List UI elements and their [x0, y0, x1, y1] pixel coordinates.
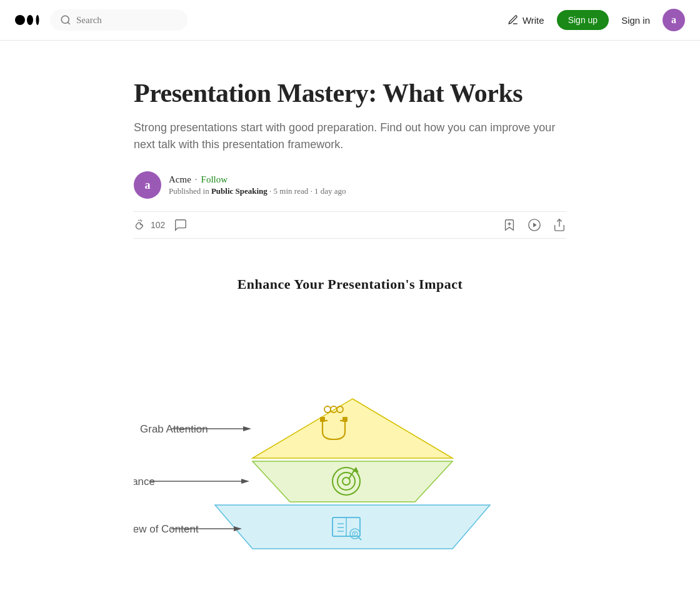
search-bar[interactable]: Search	[50, 9, 188, 31]
svg-marker-12	[252, 399, 452, 458]
comment-button[interactable]	[174, 218, 188, 232]
write-button[interactable]: Write	[508, 14, 544, 26]
share-icon	[552, 218, 566, 232]
clap-count: 102	[151, 220, 165, 230]
author-row: a Acme · Follow Published in Public Spea…	[134, 171, 566, 199]
svg-rect-19	[342, 417, 348, 422]
svg-point-2	[36, 15, 39, 25]
diagram-title: Enhance Your Presentation's Impact	[134, 276, 566, 292]
author-name[interactable]: Acme	[169, 174, 191, 185]
svg-line-4	[68, 22, 69, 24]
svg-marker-38	[241, 479, 249, 484]
author-avatar[interactable]: a	[134, 171, 161, 199]
comment-icon	[174, 218, 188, 232]
save-button[interactable]	[502, 218, 516, 232]
pyramid-wrapper: T Grab Attention Establish Relevance Pre…	[134, 311, 566, 586]
clap-icon	[134, 218, 148, 232]
pyramid-svg: T Grab Attention Establish Relevance Pre…	[134, 311, 571, 574]
svg-marker-35	[243, 426, 251, 431]
svg-point-3	[61, 16, 69, 23]
svg-marker-10	[215, 505, 490, 549]
article-subtitle: Strong presentations start with good pre…	[134, 119, 566, 154]
article-title: Presentation Mastery: What Works	[134, 78, 566, 109]
publication-link[interactable]: Public Speaking	[211, 186, 268, 196]
author-meta: Published in Public Speaking · 5 min rea…	[169, 186, 346, 196]
svg-point-13	[324, 406, 331, 412]
signin-button[interactable]: Sign in	[621, 15, 650, 26]
follow-button[interactable]: Follow	[201, 174, 228, 185]
article-content: Presentation Mastery: What Works Strong …	[0, 41, 700, 610]
svg-text:Establish Relevance: Establish Relevance	[134, 476, 155, 488]
avatar[interactable]: a	[662, 9, 685, 31]
write-label: Write	[522, 15, 544, 26]
diagram-container: Enhance Your Presentation's Impact	[134, 264, 566, 592]
author-info: Acme · Follow Published in Public Speaki…	[169, 174, 346, 196]
listen-icon	[528, 218, 541, 232]
action-bar: 102	[134, 211, 566, 239]
published-time: 1 day ago	[314, 186, 346, 196]
clap-button[interactable]: 102	[134, 218, 165, 232]
share-button[interactable]	[552, 218, 566, 232]
svg-point-1	[27, 15, 33, 25]
navbar: Search Write Sign up Sign in a	[0, 0, 700, 41]
read-time: 5 min read	[274, 186, 309, 196]
svg-rect-18	[320, 417, 325, 422]
svg-marker-11	[252, 461, 452, 502]
search-icon	[60, 14, 71, 26]
svg-text:T: T	[354, 532, 357, 536]
save-icon	[502, 218, 516, 232]
search-placeholder: Search	[76, 15, 102, 26]
listen-button[interactable]	[528, 218, 541, 232]
logo[interactable]	[15, 12, 40, 28]
svg-point-0	[15, 15, 25, 25]
write-icon	[508, 14, 519, 26]
svg-marker-8	[533, 223, 537, 228]
signup-button[interactable]: Sign up	[557, 10, 609, 30]
svg-text:Grab Attention: Grab Attention	[140, 423, 208, 435]
svg-text:Preview of Content: Preview of Content	[134, 523, 199, 535]
